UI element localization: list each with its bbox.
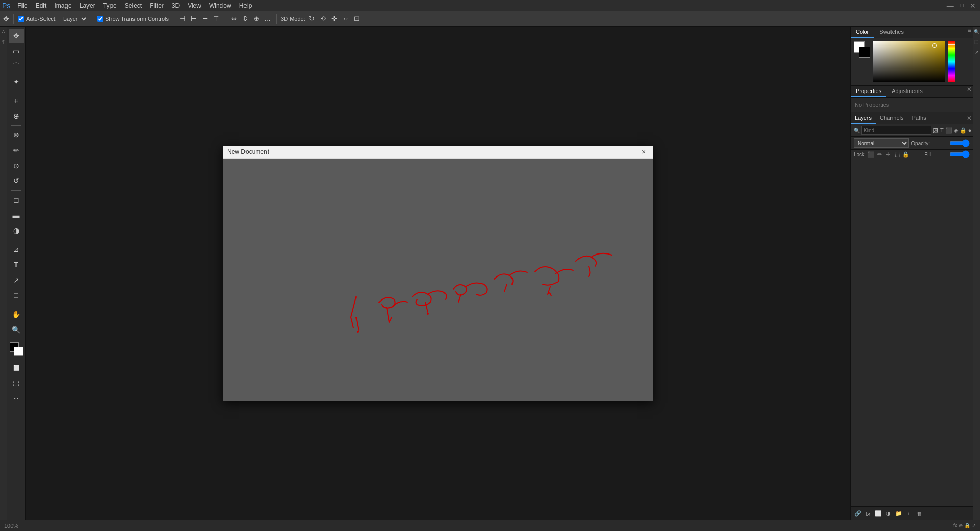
fill-slider[interactable] <box>949 151 970 157</box>
tool-spot-heal[interactable]: ⊛ <box>9 128 24 142</box>
menu-layer[interactable]: Layer <box>76 1 99 10</box>
document-close-button[interactable]: × <box>639 147 649 156</box>
auto-select-checkbox[interactable] <box>18 16 24 22</box>
tool-quick-mask[interactable]: ⬜ <box>9 360 24 375</box>
menu-help[interactable]: Help <box>235 1 256 10</box>
tab-layers[interactable]: Layers <box>851 112 876 124</box>
lock-transparent-icon[interactable]: ⬛ <box>867 151 875 158</box>
menu-edit[interactable]: Edit <box>32 1 51 10</box>
blend-mode-dropdown[interactable]: Normal <box>854 138 909 148</box>
layers-type-filter-icon[interactable]: T <box>940 126 944 134</box>
tab-adjustments[interactable]: Adjustments <box>886 86 928 97</box>
tool-type[interactable]: T <box>9 258 24 272</box>
tool-dodge[interactable]: ◑ <box>9 223 24 238</box>
background-color[interactable] <box>859 47 870 58</box>
right-strip-search[interactable]: 🔍 <box>974 29 980 35</box>
tool-gradient[interactable]: ▬ <box>9 208 24 222</box>
strip-icon-2[interactable]: ¶ <box>1 39 7 45</box>
close-btn[interactable]: ✕ <box>968 2 978 10</box>
3d-slide-btn[interactable]: ↔ <box>341 14 350 24</box>
status-right-icons: fx ⊕ 🔒 ↗ <box>953 523 976 528</box>
layers-adjustment-icon[interactable]: ⬛ <box>945 126 952 134</box>
tool-eyedropper[interactable]: ⊕ <box>9 109 24 123</box>
layers-lock-icon[interactable]: 🔒 <box>960 126 967 134</box>
layers-panel-menu[interactable]: ✕ <box>966 112 973 124</box>
tool-zoom[interactable]: 🔍 <box>9 322 24 337</box>
menu-3d[interactable]: 3D <box>168 1 184 10</box>
add-mask-icon[interactable]: ⬜ <box>874 510 882 518</box>
menu-select[interactable]: Select <box>121 1 146 10</box>
tool-brush[interactable]: ✏ <box>9 143 24 157</box>
align-right-btn[interactable]: ⊢ <box>200 14 209 24</box>
3d-roll-btn[interactable]: ⟲ <box>319 14 328 24</box>
tab-properties[interactable]: Properties <box>851 86 886 97</box>
tool-shape[interactable]: □ <box>9 288 24 303</box>
fg-bg-colors <box>854 41 870 58</box>
3d-scale-btn[interactable]: ⊡ <box>352 14 362 24</box>
align-center-btn[interactable]: ⊢ <box>189 14 198 24</box>
distribute-v-btn[interactable]: ⇕ <box>240 14 250 24</box>
add-link-icon[interactable]: 🔗 <box>854 510 862 518</box>
tool-hand[interactable]: ✋ <box>9 307 24 321</box>
tab-color[interactable]: Color <box>851 27 874 38</box>
delete-layer-icon[interactable]: 🗑 <box>915 510 923 518</box>
add-layer-icon[interactable]: + <box>905 510 913 518</box>
strip-icon-1[interactable]: A <box>1 29 7 35</box>
tool-clone[interactable]: ⊙ <box>9 158 24 173</box>
tool-screen-mode[interactable]: ⬚ <box>9 376 24 390</box>
opacity-slider[interactable] <box>949 140 970 146</box>
layers-smart-object-icon[interactable]: ◈ <box>954 126 958 134</box>
tool-crop[interactable]: ⌗ <box>9 94 24 108</box>
layers-dot-icon[interactable]: ● <box>968 126 972 134</box>
bg-swatch[interactable] <box>14 347 23 356</box>
color-picker-gradient[interactable] <box>873 41 945 82</box>
hue-slider[interactable] <box>948 41 955 82</box>
tool-eraser[interactable]: ◻ <box>9 193 24 207</box>
more-options-btn[interactable]: ... <box>263 14 272 24</box>
tab-channels[interactable]: Channels <box>876 112 907 124</box>
minimize-btn[interactable]: — <box>945 2 956 10</box>
tool-history-brush[interactable]: ↺ <box>9 174 24 188</box>
tool-pen[interactable]: ⊿ <box>9 242 24 257</box>
lock-all-icon[interactable]: 🔒 <box>902 151 909 158</box>
menu-filter[interactable]: Filter <box>146 1 168 10</box>
align-left-btn[interactable]: ⊣ <box>177 14 187 24</box>
tool-path-select[interactable]: ↗ <box>9 273 24 287</box>
add-adjustment-icon[interactable]: ◑ <box>884 510 893 518</box>
menu-image[interactable]: Image <box>50 1 75 10</box>
canvas-area[interactable]: New Document × <box>26 27 850 520</box>
right-strip-arrow[interactable]: ↗ <box>974 49 980 55</box>
3d-orbit-btn[interactable]: ↻ <box>307 14 317 24</box>
tab-swatches[interactable]: Swatches <box>874 27 909 38</box>
color-panel-menu[interactable]: ≡ <box>966 27 973 34</box>
lock-position-icon[interactable]: ✛ <box>885 151 892 158</box>
lock-artboard-icon[interactable]: ⬚ <box>894 151 901 158</box>
distribute-center-btn[interactable]: ⊕ <box>252 14 261 24</box>
tool-lasso[interactable]: ⌒ <box>9 59 24 74</box>
tab-paths[interactable]: Paths <box>908 112 930 124</box>
lock-image-icon[interactable]: ✏ <box>876 151 883 158</box>
distribute-h-btn[interactable]: ⇔ <box>229 14 238 24</box>
fg-bg-swatch[interactable] <box>10 342 23 356</box>
document-canvas[interactable] <box>223 159 653 401</box>
tool-select-rect[interactable]: ▭ <box>9 44 24 58</box>
properties-panel-menu[interactable]: ✕ <box>966 86 973 93</box>
maximize-btn[interactable]: □ <box>958 2 966 10</box>
layers-search-input[interactable] <box>861 126 931 135</box>
add-group-icon[interactable]: 📁 <box>895 510 903 518</box>
align-top-btn[interactable]: ⊤ <box>211 14 220 24</box>
right-strip-screen[interactable]: ⬚ <box>974 39 980 45</box>
menu-type[interactable]: Type <box>99 1 121 10</box>
tool-magic-wand[interactable]: ✦ <box>9 75 24 89</box>
tool-more[interactable]: ··· <box>9 391 24 405</box>
add-fx-icon[interactable]: fx <box>864 510 872 518</box>
tool-move[interactable]: ✥ <box>9 29 24 43</box>
menu-view[interactable]: View <box>184 1 205 10</box>
auto-select-dropdown[interactable]: Layer <box>59 14 88 24</box>
layers-filter-icon[interactable]: 🖼 <box>933 126 939 134</box>
transform-controls-checkbox[interactable] <box>97 16 103 22</box>
3d-drag-btn[interactable]: ✛ <box>330 14 339 24</box>
menu-file[interactable]: File <box>13 1 31 10</box>
fg-bg-swatch-large[interactable] <box>854 41 870 58</box>
menu-window[interactable]: Window <box>205 1 235 10</box>
